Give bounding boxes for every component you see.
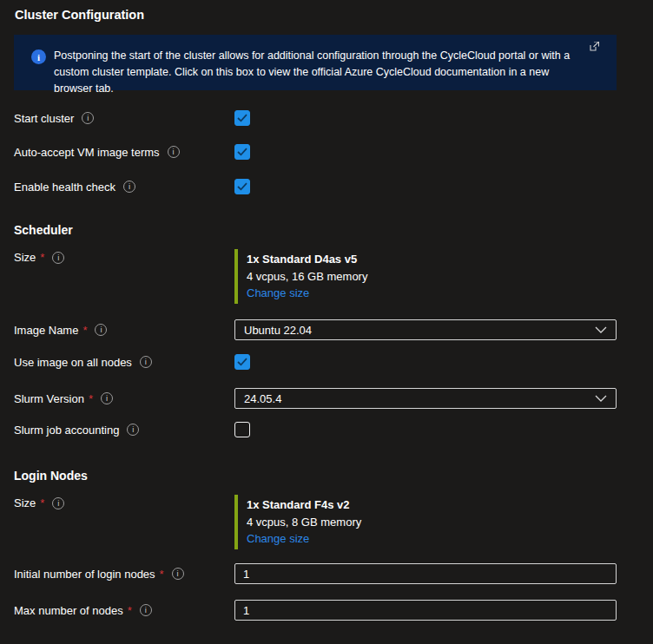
slurm-version-value: 24.05.4 [244, 392, 595, 405]
chevron-down-icon [595, 395, 607, 402]
login-nodes-size-label: Size * i [14, 496, 234, 509]
info-icon[interactable]: i [101, 392, 113, 404]
info-icon[interactable]: i [52, 497, 64, 509]
use-image-all-nodes-checkbox[interactable] [234, 354, 250, 370]
start-cluster-row: Start cluster i [14, 110, 617, 126]
login-nodes-change-size-link[interactable]: Change size [247, 530, 309, 548]
initial-login-nodes-row: Initial number of login nodes * i [14, 563, 617, 584]
image-name-value: Ubuntu 22.04 [244, 324, 595, 337]
info-icon[interactable]: i [52, 252, 64, 264]
login-nodes-size-row: Size * i 1x Standard F4s v2 4 vcpus, 8 G… [14, 495, 617, 549]
login-nodes-heading: Login Nodes [14, 469, 88, 483]
scheduler-size-sku: 1x Standard D4as v5 [247, 251, 367, 268]
scheduler-size-row: Size * i 1x Standard D4as v5 4 vcpus, 16… [14, 249, 617, 304]
cyclecloud-docs-banner[interactable]: i Postponing the start of the cluster al… [14, 35, 617, 90]
required-marker: * [89, 392, 93, 405]
checkmark-icon [237, 182, 247, 191]
auto-accept-row: Auto-accept VM image terms i [14, 144, 617, 160]
required-marker: * [40, 251, 44, 264]
info-icon[interactable]: i [168, 146, 180, 158]
page-title: Cluster Configuration [15, 8, 144, 22]
login-nodes-size-sku: 1x Standard F4s v2 [247, 496, 361, 514]
chevron-down-icon [595, 326, 607, 333]
required-marker: * [82, 324, 87, 337]
slurm-version-label: Slurm Version * i [14, 392, 234, 405]
banner-message: Postponing the start of the cluster allo… [54, 48, 575, 97]
info-icon: i [31, 49, 46, 64]
max-nodes-row: Max number of nodes * i [14, 600, 617, 621]
info-icon[interactable]: i [172, 568, 184, 580]
checkmark-icon [237, 148, 247, 156]
info-icon[interactable]: i [82, 112, 94, 124]
login-nodes-size-tile: 1x Standard F4s v2 4 vcpus, 8 GB memory … [234, 495, 361, 549]
image-name-label: Image Name * i [14, 324, 234, 337]
scheduler-heading: Scheduler [14, 223, 73, 237]
start-cluster-label: Start cluster i [14, 112, 234, 125]
auto-accept-label: Auto-accept VM image terms i [14, 146, 234, 159]
scheduler-size-tile: 1x Standard D4as v5 4 vcpus, 16 GB memor… [234, 249, 367, 304]
use-image-all-nodes-row: Use image on all nodes i [14, 354, 617, 370]
initial-login-nodes-label: Initial number of login nodes * i [14, 568, 234, 581]
info-icon[interactable]: i [140, 604, 152, 616]
info-icon[interactable]: i [127, 424, 139, 436]
max-nodes-label: Max number of nodes * i [14, 604, 234, 617]
slurm-version-dropdown[interactable]: 24.05.4 [234, 388, 617, 409]
scheduler-size-specs: 4 vcpus, 16 GB memory [247, 268, 367, 286]
slurm-job-accounting-label: Slurm job accounting i [14, 424, 234, 437]
required-marker: * [40, 496, 44, 509]
health-check-checkbox[interactable] [234, 179, 250, 194]
initial-login-nodes-input[interactable] [234, 563, 617, 584]
cluster-configuration-page: Cluster Configuration i Postponing the s… [0, 0, 653, 644]
info-icon[interactable]: i [95, 324, 107, 336]
info-icon[interactable]: i [123, 181, 135, 193]
required-marker: * [160, 568, 164, 581]
checkmark-icon [237, 358, 247, 366]
info-icon[interactable]: i [140, 356, 152, 368]
checkmark-icon [237, 114, 247, 122]
health-check-row: Enable health check i [14, 179, 617, 194]
slurm-version-row: Slurm Version * i 24.05.4 [14, 388, 617, 409]
slurm-job-accounting-row: Slurm job accounting i [14, 422, 617, 437]
scheduler-size-label: Size * i [14, 251, 234, 264]
scheduler-change-size-link[interactable]: Change size [247, 285, 309, 302]
max-nodes-input[interactable] [234, 600, 617, 621]
login-nodes-size-specs: 4 vcpus, 8 GB memory [247, 514, 361, 531]
health-check-label: Enable health check i [14, 181, 234, 194]
image-name-row: Image Name * i Ubuntu 22.04 [14, 319, 617, 340]
slurm-job-accounting-checkbox[interactable] [234, 422, 250, 437]
auto-accept-checkbox[interactable] [234, 144, 250, 160]
external-link-icon [590, 42, 599, 51]
start-cluster-checkbox[interactable] [234, 110, 250, 126]
image-name-dropdown[interactable]: Ubuntu 22.04 [234, 319, 617, 340]
required-marker: * [128, 604, 132, 617]
use-image-all-nodes-label: Use image on all nodes i [14, 356, 234, 369]
